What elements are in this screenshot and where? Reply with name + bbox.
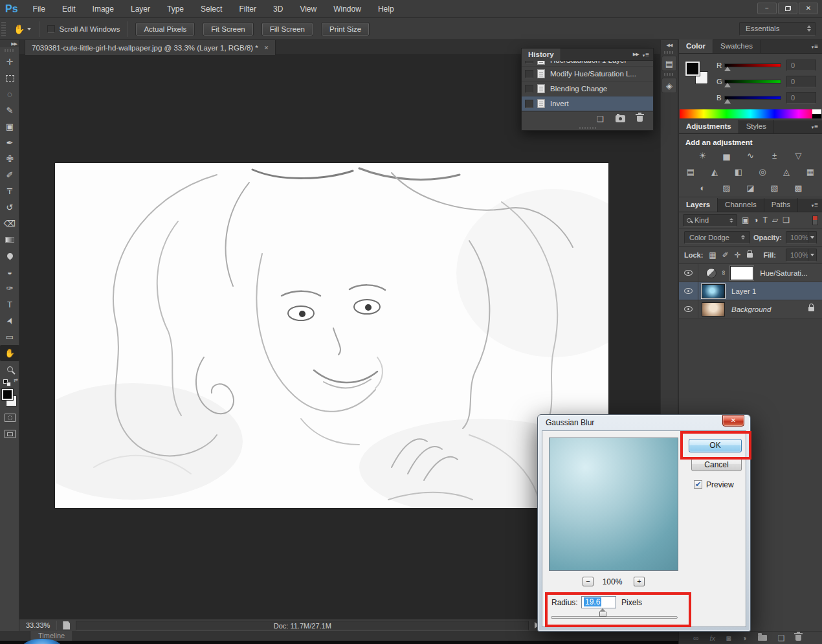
- menu-3d[interactable]: 3D: [265, 0, 291, 18]
- menu-window[interactable]: Window: [325, 0, 370, 18]
- tab-swatches[interactable]: Swatches: [713, 39, 761, 53]
- zoom-in-button[interactable]: +: [634, 577, 645, 586]
- menu-file[interactable]: File: [25, 0, 54, 18]
- path-selection-tool[interactable]: ➤: [0, 313, 19, 329]
- dialog-close-button[interactable]: ✕: [722, 415, 744, 427]
- menu-layer[interactable]: Layer: [122, 0, 159, 18]
- close-button[interactable]: ✕: [799, 3, 818, 14]
- history-item-clipped[interactable]: Hue/Saturation 1 Layer: [522, 61, 653, 67]
- lock-paint-icon[interactable]: ✐: [722, 250, 729, 260]
- screen-mode-button[interactable]: [0, 426, 19, 442]
- history-item-selected[interactable]: Invert: [522, 96, 653, 111]
- fit-screen-button[interactable]: Fit Screen: [203, 23, 252, 36]
- layer-row-hue-saturation[interactable]: ∞ Hue/Saturati...: [679, 264, 822, 282]
- new-adjustment-layer-icon[interactable]: ◑: [742, 634, 746, 643]
- new-group-icon[interactable]: [758, 635, 767, 641]
- history-source-checkbox[interactable]: [525, 100, 533, 108]
- color-balance-icon[interactable]: ◭: [707, 166, 722, 177]
- fill-combo[interactable]: 100%: [786, 249, 817, 261]
- layer-name[interactable]: Hue/Saturati...: [760, 269, 808, 277]
- filter-kind-combo[interactable]: Kind: [683, 214, 737, 227]
- foreground-color-swatch[interactable]: [685, 61, 700, 76]
- lasso-tool[interactable]: ◌: [0, 86, 19, 102]
- history-source-checkbox[interactable]: [525, 70, 533, 78]
- slider-thumb[interactable]: [724, 67, 731, 71]
- visibility-toggle[interactable]: [679, 264, 698, 282]
- foreground-color-swatch[interactable]: [2, 389, 13, 400]
- exposure-icon[interactable]: ±: [768, 150, 782, 161]
- eyedropper-tool[interactable]: ✒: [0, 135, 19, 151]
- history-panel-button[interactable]: ▤: [661, 56, 677, 71]
- tab-styles[interactable]: Styles: [739, 120, 774, 133]
- green-slider[interactable]: [724, 80, 781, 83]
- link-layers-icon[interactable]: ∞: [693, 634, 699, 643]
- layer-name[interactable]: Background: [731, 305, 771, 313]
- layer-filter-toggle[interactable]: [812, 216, 818, 225]
- blur-preview-image[interactable]: [549, 438, 678, 571]
- radius-input[interactable]: 19.6: [581, 596, 616, 608]
- filter-shape-layers-icon[interactable]: ▱: [772, 216, 778, 225]
- blend-mode-combo[interactable]: Color Dodge: [684, 231, 750, 244]
- zoom-out-button[interactable]: −: [583, 577, 594, 586]
- pen-tool[interactable]: ✑: [0, 280, 19, 296]
- new-layer-icon[interactable]: ❑: [778, 634, 785, 643]
- zoom-tool[interactable]: [0, 361, 19, 377]
- preview-checkbox[interactable]: ✔: [694, 480, 702, 489]
- document-image[interactable]: [55, 163, 608, 508]
- panel-resize-grip[interactable]: [522, 126, 653, 130]
- delete-state-icon[interactable]: [637, 116, 643, 122]
- workspace-switcher[interactable]: Essentials: [739, 22, 816, 36]
- layer-thumbnail[interactable]: [702, 284, 725, 298]
- filter-type-layers-icon[interactable]: T: [763, 216, 768, 225]
- 3d-panel-button[interactable]: ◈: [661, 78, 677, 93]
- ok-button[interactable]: OK: [689, 439, 742, 452]
- slider-thumb[interactable]: [724, 83, 731, 87]
- levels-icon[interactable]: ▅: [720, 150, 734, 161]
- hand-tool-options[interactable]: ✋: [14, 24, 31, 34]
- vibrance-icon[interactable]: ▽: [792, 150, 806, 161]
- hue-saturation-icon[interactable]: ▤: [683, 166, 698, 177]
- tab-channels[interactable]: Channels: [718, 198, 764, 212]
- document-sizes[interactable]: Doc: 11.7M/27.1M: [76, 621, 529, 630]
- slider-thumb[interactable]: [724, 99, 731, 104]
- red-value-field[interactable]: 0: [786, 60, 816, 71]
- filter-smart-objects-icon[interactable]: ❏: [783, 216, 790, 225]
- color-spectrum-ramp[interactable]: [680, 109, 821, 118]
- layer-thumbnail[interactable]: [702, 302, 725, 316]
- crop-tool[interactable]: ▣: [0, 118, 19, 135]
- menu-type[interactable]: Type: [159, 0, 192, 18]
- invert-icon[interactable]: ◐: [696, 183, 710, 194]
- tab-layers[interactable]: Layers: [679, 198, 718, 212]
- fill-screen-button[interactable]: Fill Screen: [262, 23, 313, 36]
- zoom-level[interactable]: 33.33%: [19, 621, 56, 629]
- lock-all-icon[interactable]: [747, 253, 753, 258]
- actual-pixels-button[interactable]: Actual Pixels: [136, 23, 194, 36]
- tab-color[interactable]: Color: [679, 39, 713, 53]
- lock-position-icon[interactable]: ✛: [735, 250, 741, 260]
- tab-paths[interactable]: Paths: [764, 198, 798, 212]
- layer-row-layer1[interactable]: Layer 1: [679, 282, 822, 300]
- color-lookup-icon[interactable]: ▦: [803, 166, 817, 177]
- threshold-icon[interactable]: ◪: [744, 183, 758, 194]
- add-layer-mask-icon[interactable]: ◙: [726, 634, 731, 643]
- brightness-contrast-icon[interactable]: ☀: [696, 150, 710, 161]
- swap-colors-widget[interactable]: ⇄: [0, 377, 19, 388]
- history-panel-tab[interactable]: History: [522, 49, 561, 61]
- photo-filter-icon[interactable]: ◎: [755, 166, 770, 177]
- brush-tool[interactable]: ✐: [0, 167, 19, 183]
- visibility-toggle[interactable]: [679, 282, 698, 300]
- black-white-icon[interactable]: ◧: [731, 166, 746, 177]
- menu-filter[interactable]: Filter: [230, 0, 265, 18]
- scroll-all-windows-checkbox[interactable]: [47, 25, 55, 33]
- new-document-from-state-icon[interactable]: ❑: [597, 115, 604, 124]
- red-slider[interactable]: [724, 63, 781, 67]
- marquee-tool[interactable]: [0, 70, 19, 86]
- layer-name[interactable]: Layer 1: [731, 287, 756, 295]
- delete-layer-icon[interactable]: [795, 635, 801, 641]
- panel-menu-icon[interactable]: ≡: [812, 123, 818, 130]
- eraser-tool[interactable]: ⌫: [0, 216, 19, 232]
- tab-adjustments[interactable]: Adjustments: [679, 120, 739, 133]
- cancel-button[interactable]: Cancel: [691, 458, 742, 471]
- minimize-button[interactable]: −: [757, 3, 777, 14]
- rectangle-tool[interactable]: ▭: [0, 329, 19, 345]
